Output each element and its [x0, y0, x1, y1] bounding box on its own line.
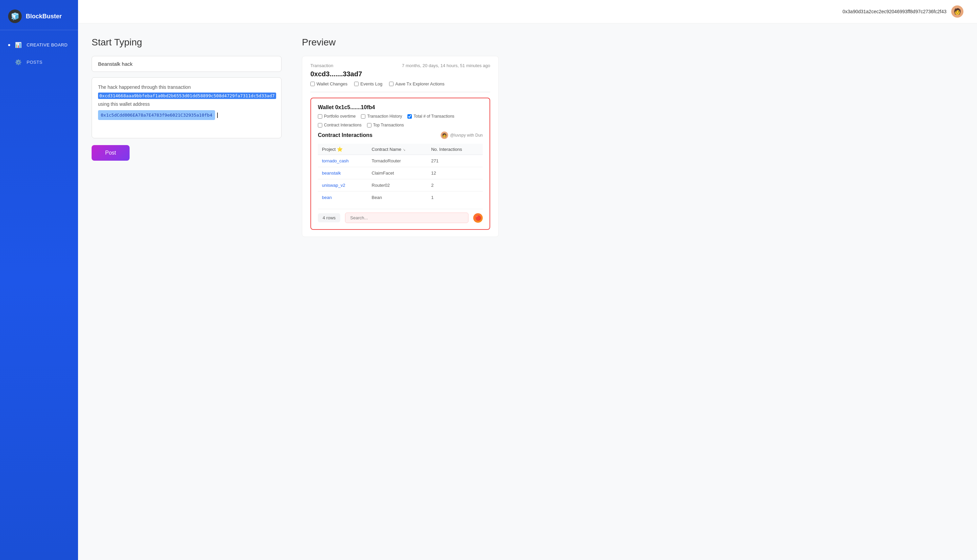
cell-contract-name: Router02 — [368, 179, 427, 192]
header: 0x3a90d31a2cec2ec92046993ff8d97c2736fc2f… — [78, 0, 977, 23]
th-contract-name-label: Contract Name — [372, 147, 402, 152]
transaction-history-checkbox[interactable] — [361, 114, 365, 118]
th-project: Project ⭐ — [318, 144, 368, 155]
wallet-changes-label: Wallet Changes — [317, 82, 347, 87]
aave-tx-checkbox[interactable] — [389, 82, 394, 86]
contract-interactions-label: Contract Interactions — [324, 123, 362, 127]
cell-project: tornado_cash — [318, 155, 368, 167]
table-row: uniswap_v2 Router02 2 — [318, 179, 483, 192]
table-row: bean Bean 1 — [318, 192, 483, 204]
transaction-history-option[interactable]: Transaction History — [361, 114, 402, 118]
top-transactions-label: Top Transactions — [373, 123, 404, 127]
th-project-label: Project — [322, 147, 337, 152]
table-header: Project ⭐ Contract Name ↘ No. Interactio… — [318, 144, 483, 155]
user-avatar: 🧑 — [951, 5, 964, 18]
dune-credit-text: @luvspy with Dun — [450, 133, 483, 138]
wallet-changes-checkbox[interactable] — [311, 82, 315, 86]
logo-area: 🧊 BlockBuster — [0, 0, 78, 30]
th-interactions: No. Interactions — [427, 144, 483, 155]
table-search-input[interactable] — [345, 213, 468, 223]
creative-board-icon: 📊 — [15, 42, 22, 48]
cell-contract-name: TornadoRouter — [368, 155, 427, 167]
tx-hash: 0xcd3.......33ad7 — [311, 70, 490, 78]
sidebar-item-creative-board[interactable]: 📊 CREATIVE BOARD — [0, 37, 78, 53]
tx-header: Transaction 7 months, 20 days, 14 hours,… — [311, 63, 490, 68]
table-body: tornado_cash TornadoRouter 271 beanstalk… — [318, 155, 483, 204]
preview-title: Preview — [302, 37, 499, 48]
top-transactions-checkbox[interactable] — [367, 123, 371, 127]
tx-options: Wallet Changes Events Log Aave Tx Explor… — [311, 82, 490, 87]
search-input[interactable] — [92, 56, 282, 72]
text-cursor — [217, 113, 218, 118]
cell-interactions: 12 — [427, 167, 483, 179]
active-dot — [8, 44, 10, 46]
wallet-changes-option[interactable]: Wallet Changes — [311, 82, 347, 87]
total-transactions-checkbox[interactable] — [408, 114, 412, 118]
cell-contract-name: ClaimFacet — [368, 167, 427, 179]
text-middle: using this wallet address — [98, 102, 150, 107]
cell-project: bean — [318, 192, 368, 204]
cell-project: beanstalk — [318, 167, 368, 179]
wallet-highlight: 0x1c5dCdd006EA78a7E4783f9e6021C32935a10f… — [98, 110, 215, 120]
events-log-option[interactable]: Events Log — [354, 82, 382, 87]
star-icon: ⭐ — [337, 147, 342, 152]
dune-credit: 🧑 @luvspy with Dun — [441, 132, 483, 139]
wallet-options: Portfolio overtime Transaction History T… — [318, 114, 483, 118]
rows-badge: 4 rows — [318, 213, 340, 222]
sidebar-nav: 📊 CREATIVE BOARD ⚙️ POSTS — [0, 30, 78, 77]
th-contract-name: Contract Name ↘ — [368, 144, 427, 155]
th-interactions-label: No. Interactions — [431, 147, 462, 152]
wallet-options-row2: Contract Interactions Top Transactions — [318, 123, 483, 127]
aave-tx-option[interactable]: Aave Tx Explorer Actions — [389, 82, 444, 87]
wallet-address: 0x3a90d31a2cec2ec92046993ff8d97c2736fc2f… — [843, 9, 947, 14]
table-row: tornado_cash TornadoRouter 271 — [318, 155, 483, 167]
cell-interactions: 1 — [427, 192, 483, 204]
contract-interactions-title: Contract Interactions — [318, 132, 372, 138]
portfolio-overtime-option[interactable]: Portfolio overtime — [318, 114, 356, 118]
table-footer: 4 rows 🔴 — [318, 209, 483, 223]
tx-highlight: 0xcd314668aaa9bbfebaf1a0bd2b6553d01dd588… — [98, 93, 276, 99]
creative-board-label: CREATIVE BOARD — [27, 42, 68, 47]
content-area: Start Typing The hack happened through t… — [78, 23, 977, 560]
wallet-section: Wallet 0x1c5.......10fb4 Portfolio overt… — [311, 98, 490, 230]
text-content-box: The hack happened through this transacti… — [92, 77, 282, 138]
posts-label: POSTS — [27, 60, 43, 65]
preview-card: Transaction 7 months, 20 days, 14 hours,… — [302, 56, 499, 237]
cell-interactions: 271 — [427, 155, 483, 167]
logo-avatar: 🧊 — [8, 10, 22, 23]
text-content: The hack happened through this transacti… — [98, 83, 275, 120]
sidebar-item-posts[interactable]: ⚙️ POSTS — [0, 54, 78, 70]
transaction-history-label: Transaction History — [367, 114, 402, 118]
portfolio-overtime-checkbox[interactable] — [318, 114, 322, 118]
posts-icon: ⚙️ — [15, 59, 22, 65]
cell-contract-name: Bean — [368, 192, 427, 204]
table-row: beanstalk ClaimFacet 12 — [318, 167, 483, 179]
left-panel: Start Typing The hack happened through t… — [92, 37, 282, 547]
wallet-header-row: Wallet 0x1c5.......10fb4 — [318, 104, 483, 110]
events-log-checkbox[interactable] — [354, 82, 359, 86]
top-transactions-option[interactable]: Top Transactions — [367, 123, 404, 127]
total-transactions-option[interactable]: Total # of Transactions — [408, 114, 454, 118]
app-name: BlockBuster — [26, 13, 62, 20]
total-transactions-label: Total # of Transactions — [414, 114, 454, 118]
wallet-label: Wallet 0x1c5.......10fb4 — [318, 104, 375, 110]
dune-logo: 🔴 — [473, 213, 483, 223]
cell-interactions: 2 — [427, 179, 483, 192]
sidebar: 🧊 BlockBuster 📊 CREATIVE BOARD ⚙️ POSTS — [0, 0, 78, 560]
sort-icon: ↘ — [402, 148, 406, 152]
contract-table: Project ⭐ Contract Name ↘ No. Interactio… — [318, 144, 483, 203]
portfolio-overtime-label: Portfolio overtime — [324, 114, 356, 118]
tx-label: Transaction — [311, 63, 333, 68]
dune-avatar: 🧑 — [441, 132, 448, 139]
contract-interactions-option[interactable]: Contract Interactions — [318, 123, 362, 127]
contract-interactions-checkbox[interactable] — [318, 123, 322, 127]
divider — [311, 92, 490, 92]
contract-interactions-header: Contract Interactions 🧑 @luvspy with Dun — [318, 132, 483, 139]
left-panel-title: Start Typing — [92, 37, 282, 48]
aave-tx-label: Aave Tx Explorer Actions — [395, 82, 444, 87]
events-log-label: Events Log — [360, 82, 382, 87]
post-button[interactable]: Post — [92, 145, 130, 161]
cell-project: uniswap_v2 — [318, 179, 368, 192]
main-area: 0x3a90d31a2cec2ec92046993ff8d97c2736fc2f… — [78, 0, 977, 560]
right-panel: Preview Transaction 7 months, 20 days, 1… — [302, 37, 499, 547]
